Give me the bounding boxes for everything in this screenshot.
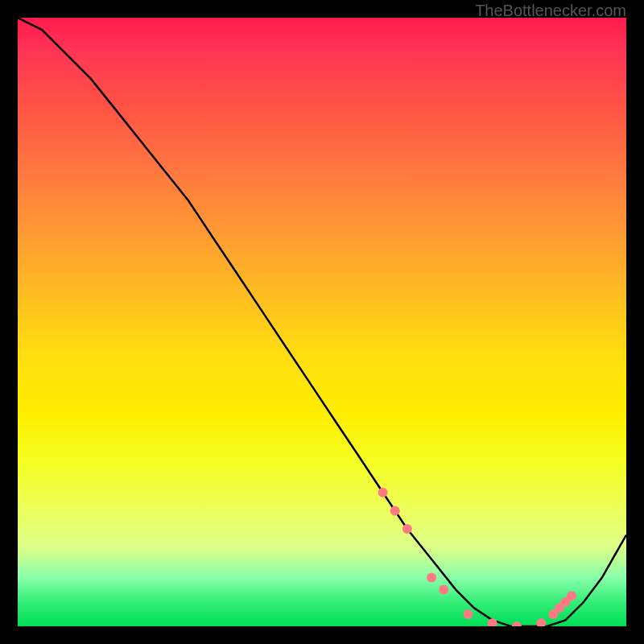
data-marker <box>512 621 522 626</box>
data-marker <box>378 488 388 497</box>
bottleneck-curve <box>18 18 626 626</box>
data-marker <box>427 573 436 583</box>
data-markers <box>378 488 576 626</box>
data-marker <box>488 618 497 626</box>
data-marker <box>536 618 546 626</box>
data-marker <box>567 591 576 601</box>
plot-area <box>18 18 626 626</box>
curve-svg <box>18 18 626 626</box>
watermark-text: TheBottlenecker.com <box>475 2 626 20</box>
data-marker <box>463 609 473 619</box>
chart-container: TheBottlenecker.com <box>0 0 644 644</box>
data-marker <box>390 506 400 515</box>
data-marker <box>402 524 412 534</box>
data-marker <box>439 585 448 595</box>
